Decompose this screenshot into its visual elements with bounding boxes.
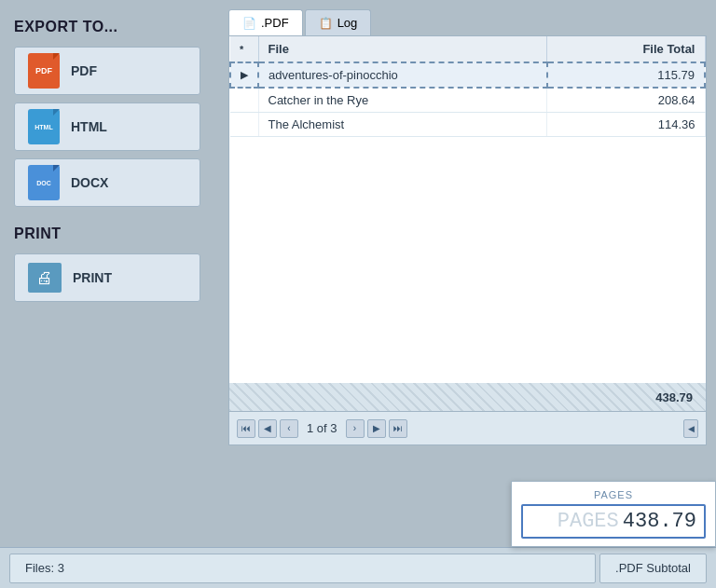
col-header-marker: *	[230, 36, 258, 62]
pages-value: 438.79	[623, 510, 696, 533]
docx-icon: DOC	[28, 165, 60, 200]
scroll-right-button[interactable]: ◀	[683, 419, 698, 438]
left-panel: EXPORT TO... PDF PDF HTML HTML DOC DOCX …	[0, 0, 219, 540]
row-marker	[230, 113, 258, 137]
tab-log[interactable]: 📋 Log	[305, 9, 372, 35]
status-bar: Files: 3 .PDF Subtotal	[0, 547, 716, 588]
next-page-button2[interactable]: ▶	[367, 419, 386, 438]
next-page-button[interactable]: ›	[346, 419, 365, 438]
col-header-total: File Total	[547, 36, 705, 62]
row-marker	[230, 88, 258, 113]
print-label: PRINT	[73, 270, 112, 285]
html-label: HTML	[71, 119, 107, 134]
prev-page-button2[interactable]: ‹	[280, 419, 298, 438]
row-file: adventures-of-pinocchio	[258, 62, 547, 88]
hatch-area: 438.79	[229, 383, 706, 411]
files-table: * File File Total ▶adventures-of-pinocch…	[229, 36, 706, 137]
log-tab-icon: 📋	[319, 17, 333, 30]
pdf-icon: PDF	[28, 53, 60, 89]
grand-total: 438.79	[655, 390, 693, 404]
tabs-bar: 📄 .PDF 📋 Log	[228, 9, 707, 35]
row-marker: ▶	[230, 62, 258, 88]
print-section: PRINT 🖨 PRINT	[14, 226, 205, 302]
row-total: 114.36	[547, 113, 705, 137]
pages-value-faded: PAGES	[558, 510, 619, 533]
pdf-button[interactable]: PDF PDF	[14, 47, 200, 95]
pdf-tab-icon: 📄	[242, 17, 256, 30]
subtotal-label: .PDF Subtotal	[599, 554, 707, 583]
docx-button[interactable]: DOC DOCX	[14, 158, 200, 207]
html-icon: HTML	[28, 109, 60, 144]
files-count: Files: 3	[9, 554, 596, 583]
content-area: * File File Total ▶adventures-of-pinocch…	[228, 35, 707, 445]
last-page-button[interactable]: ⏭	[389, 419, 407, 438]
docx-label: DOCX	[71, 175, 108, 190]
table-row[interactable]: The Alchemist114.36	[230, 113, 705, 137]
print-title: PRINT	[14, 226, 205, 242]
row-total: 208.64	[547, 88, 705, 113]
row-file: The Alchemist	[258, 113, 547, 137]
pagination-bar: ⏮ ◀ ‹ 1 of 3 › ▶ ⏭ ◀	[229, 411, 706, 444]
pdf-tab-label: .PDF	[261, 16, 289, 30]
print-button[interactable]: 🖨 PRINT	[14, 253, 200, 302]
pages-value-box: PAGES 438.79	[521, 504, 706, 539]
pdf-label: PDF	[71, 63, 97, 78]
export-title: EXPORT TO...	[14, 19, 205, 35]
row-total: 115.79	[547, 62, 705, 88]
table-row[interactable]: Catcher in the Rye208.64	[230, 88, 705, 113]
page-info: 1 of 3	[301, 421, 343, 435]
table-row[interactable]: ▶adventures-of-pinocchio115.79	[230, 62, 705, 88]
tab-pdf[interactable]: 📄 .PDF	[228, 9, 303, 35]
col-header-file: File	[258, 36, 547, 62]
first-page-button[interactable]: ⏮	[237, 419, 255, 438]
pages-display: PAGES PAGES 438.79	[511, 481, 716, 547]
prev-page-button[interactable]: ◀	[258, 419, 277, 438]
log-tab-label: Log	[337, 16, 358, 30]
pages-label: PAGES	[521, 489, 706, 500]
html-button[interactable]: HTML HTML	[14, 103, 200, 151]
row-file: Catcher in the Rye	[258, 88, 547, 113]
print-icon: 🖨	[28, 263, 62, 293]
right-panel: 📄 .PDF 📋 Log * File File Total ▶adventur…	[219, 0, 716, 540]
